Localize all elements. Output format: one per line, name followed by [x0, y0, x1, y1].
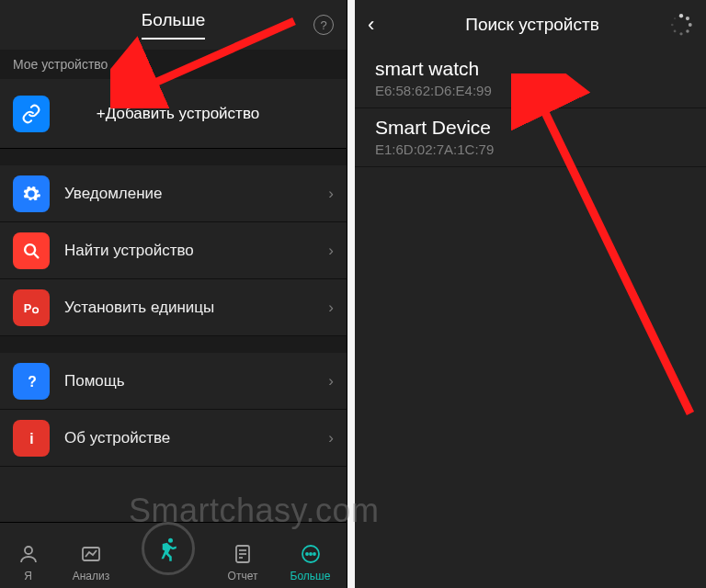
chevron-right-icon: › — [328, 299, 334, 317]
tab-report[interactable]: Отчет — [228, 542, 258, 582]
row-label: Найти устройство — [64, 242, 328, 260]
row-find-device[interactable]: Найти устройство › — [0, 222, 347, 279]
person-icon — [17, 542, 40, 566]
spacer — [0, 149, 347, 165]
header-title: Поиск устройств — [390, 15, 693, 35]
row-label: Уведомление — [64, 185, 328, 203]
row-label: Об устройстве — [64, 429, 328, 447]
more-screen: Больше ? Мое устройство +Добавить устрой… — [0, 0, 347, 588]
question-icon: ? — [13, 363, 50, 400]
row-about[interactable]: i Об устройстве › — [0, 410, 347, 467]
loading-spinner-icon — [669, 13, 693, 37]
svg-point-3 — [33, 308, 39, 313]
svg-point-20 — [686, 17, 689, 20]
info-icon: i — [13, 420, 50, 457]
device-item[interactable]: smart watch E6:58:62:D6:E4:99 — [355, 50, 706, 108]
gear-icon — [13, 175, 50, 212]
tab-label: Анализ — [73, 570, 110, 582]
tab-label: Я — [24, 570, 32, 582]
tab-bar: Я Анализ Отчет Больше — [0, 522, 347, 588]
svg-point-21 — [689, 23, 692, 27]
runner-icon — [154, 535, 182, 562]
link-icon — [13, 96, 50, 132]
tab-more[interactable]: Больше — [290, 542, 331, 582]
chevron-right-icon: › — [328, 185, 334, 203]
add-device-label: +Добавить устройство — [50, 105, 334, 123]
row-units[interactable]: P Установить единицы › — [0, 279, 347, 336]
row-label: Установить единицы — [64, 299, 328, 317]
add-device-row[interactable]: +Добавить устройство — [0, 79, 347, 149]
device-mac: E6:58:62:D6:E4:99 — [375, 83, 686, 98]
section-my-device: Мое устройство — [0, 50, 347, 79]
chart-icon — [79, 542, 103, 566]
svg-point-24 — [674, 30, 677, 33]
back-icon[interactable]: ‹ — [368, 13, 390, 37]
more-icon — [299, 542, 323, 566]
tab-me[interactable]: Я — [17, 542, 40, 582]
header: ‹ Поиск устройств — [355, 0, 706, 50]
row-notifications[interactable]: Уведомление › — [0, 165, 347, 222]
report-icon — [231, 542, 255, 566]
svg-text:?: ? — [28, 373, 37, 389]
device-name: smart watch — [375, 57, 686, 81]
svg-point-8 — [25, 547, 32, 554]
tab-run[interactable] — [142, 522, 195, 575]
svg-point-25 — [671, 24, 674, 27]
tab-label: Отчет — [228, 570, 258, 582]
device-search-screen: ‹ Поиск устройств smart watch E6:58:62:D… — [355, 0, 706, 588]
svg-point-16 — [310, 553, 312, 555]
row-label: Помощь — [64, 372, 328, 390]
chevron-right-icon: › — [328, 372, 334, 390]
svg-text:P: P — [24, 300, 32, 314]
help-icon[interactable]: ? — [313, 15, 334, 35]
device-mac: E1:6D:02:7A:1C:79 — [375, 141, 686, 157]
row-help[interactable]: ? Помощь › — [0, 353, 347, 410]
svg-point-17 — [313, 553, 315, 555]
device-item[interactable]: Smart Device E1:6D:02:7A:1C:79 — [355, 108, 706, 167]
header: Больше ? — [0, 0, 347, 50]
search-icon — [13, 232, 50, 269]
header-title: Больше — [142, 10, 205, 40]
svg-text:i: i — [29, 430, 33, 446]
chevron-right-icon: › — [328, 429, 334, 447]
spacer — [0, 336, 347, 353]
chevron-right-icon: › — [328, 242, 334, 260]
svg-point-23 — [679, 32, 682, 35]
units-icon: P — [13, 289, 50, 326]
svg-line-1 — [34, 253, 39, 257]
svg-point-19 — [679, 14, 683, 17]
svg-point-26 — [674, 17, 676, 19]
tab-label: Больше — [290, 570, 331, 582]
svg-point-15 — [306, 553, 308, 555]
device-name: Smart Device — [375, 116, 686, 140]
svg-point-22 — [686, 29, 689, 32]
tab-analysis[interactable]: Анализ — [73, 542, 110, 582]
